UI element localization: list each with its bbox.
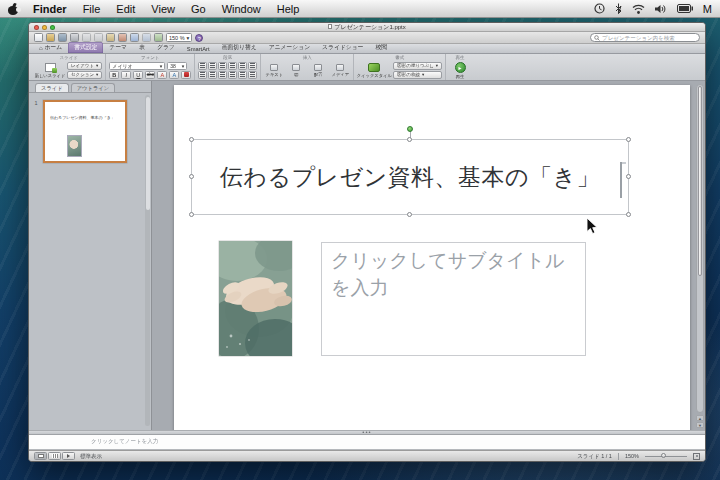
save-icon[interactable] bbox=[58, 33, 67, 42]
tab-themes[interactable]: テーマ bbox=[103, 42, 133, 53]
text-direction-button[interactable] bbox=[248, 62, 257, 70]
menubar-day-label[interactable]: M bbox=[703, 3, 712, 15]
shape-fill-button[interactable]: 図形の塗りつぶし▾ bbox=[393, 62, 442, 70]
apple-menu-icon[interactable] bbox=[8, 3, 19, 15]
new-document-icon[interactable] bbox=[34, 33, 43, 42]
shrink-font-button[interactable]: A bbox=[169, 71, 179, 79]
battery-icon[interactable] bbox=[677, 4, 693, 13]
selection-handle-se[interactable] bbox=[626, 212, 631, 217]
underline-button[interactable]: U bbox=[133, 71, 143, 79]
menu-edit[interactable]: Edit bbox=[116, 3, 135, 15]
new-slide-button[interactable]: 新しいスライド bbox=[35, 63, 65, 78]
numbering-button[interactable] bbox=[208, 62, 217, 70]
search-field[interactable] bbox=[590, 33, 700, 42]
title-placeholder[interactable]: 伝わるプレゼン資料、基本の「き」 bbox=[191, 139, 629, 215]
wifi-icon[interactable] bbox=[632, 4, 645, 14]
play-button[interactable]: ▸ 再生 bbox=[449, 62, 471, 79]
slide-sorter-view-button[interactable] bbox=[48, 452, 61, 460]
layout-button[interactable]: レイアウト▾ bbox=[67, 62, 102, 70]
italic-button[interactable]: I bbox=[121, 71, 131, 79]
undo-icon[interactable] bbox=[130, 33, 139, 42]
selection-handle-e[interactable] bbox=[626, 174, 631, 179]
zoom-slider-knob[interactable] bbox=[661, 453, 666, 458]
slide-title-text[interactable]: 伝わるプレゼン資料、基本の「き」 bbox=[192, 140, 628, 214]
columns-button[interactable] bbox=[238, 71, 247, 79]
redo-icon[interactable] bbox=[142, 33, 151, 42]
bold-button[interactable]: B bbox=[109, 71, 119, 79]
open-icon[interactable] bbox=[46, 33, 55, 42]
strikethrough-button[interactable]: abc bbox=[145, 71, 155, 79]
font-color-button[interactable] bbox=[181, 71, 191, 79]
tab-home[interactable]: ⌂ホーム bbox=[33, 42, 68, 53]
tab-transitions[interactable]: 画面切り替え bbox=[216, 42, 263, 53]
tab-slideshow[interactable]: スライドショー bbox=[316, 42, 369, 53]
hands-photo[interactable] bbox=[219, 241, 292, 356]
line-spacing-button[interactable] bbox=[238, 62, 247, 70]
selection-handle-sw[interactable] bbox=[189, 212, 194, 217]
shape-line-button[interactable]: 図形の枠線▾ bbox=[393, 71, 442, 79]
search-input[interactable] bbox=[602, 35, 696, 41]
align-text-button[interactable] bbox=[248, 71, 257, 79]
notes-pane[interactable]: クリックしてノートを入力 bbox=[29, 435, 705, 450]
tab-smartart[interactable]: SmartArt bbox=[181, 45, 216, 53]
menu-go[interactable]: Go bbox=[191, 3, 206, 15]
insert-shape-button[interactable]: 図 bbox=[286, 64, 306, 77]
increase-indent-button[interactable] bbox=[228, 62, 237, 70]
paste-icon[interactable] bbox=[106, 33, 115, 42]
time-machine-icon[interactable] bbox=[594, 3, 605, 14]
menu-window[interactable]: Window bbox=[222, 3, 261, 15]
rotation-handle[interactable] bbox=[407, 126, 413, 132]
selection-handle-nw[interactable] bbox=[189, 137, 194, 142]
menu-file[interactable]: File bbox=[83, 3, 101, 15]
font-size-dropdown[interactable]: 38▾ bbox=[167, 62, 187, 70]
align-left-button[interactable] bbox=[198, 71, 207, 79]
pane-tab-slides[interactable]: スライド bbox=[35, 83, 69, 92]
insert-media-button[interactable]: メディア bbox=[330, 64, 350, 77]
tab-charts[interactable]: グラフ bbox=[151, 42, 181, 53]
print-icon[interactable] bbox=[70, 33, 79, 42]
pane-scrollbar[interactable] bbox=[145, 95, 150, 426]
scroll-down-button[interactable]: ▼ bbox=[696, 422, 704, 428]
normal-view-button[interactable] bbox=[34, 452, 47, 460]
scrollbar-thumb[interactable] bbox=[698, 86, 702, 276]
window-titlebar[interactable]: プレゼンテーション1.pptx bbox=[29, 23, 705, 32]
tab-animations[interactable]: アニメーション bbox=[263, 42, 316, 53]
justify-button[interactable] bbox=[228, 71, 237, 79]
vertical-scrollbar[interactable] bbox=[696, 84, 704, 413]
zoom-dropdown[interactable]: 150 %▾ bbox=[166, 33, 192, 42]
help-button[interactable]: ? bbox=[195, 34, 203, 42]
align-center-button[interactable] bbox=[208, 71, 217, 79]
selection-handle-ne[interactable] bbox=[626, 137, 631, 142]
insert-picture-icon[interactable] bbox=[154, 33, 163, 42]
slide-thumbnail[interactable]: 伝わるプレゼン資料、基本の「き」 bbox=[43, 100, 127, 163]
grow-font-button[interactable]: A bbox=[157, 71, 167, 79]
scroll-up-button[interactable]: ▲ bbox=[696, 415, 704, 421]
tab-tables[interactable]: 表 bbox=[133, 42, 151, 53]
section-button[interactable]: セクション▾ bbox=[67, 71, 102, 79]
format-painter-icon[interactable] bbox=[118, 33, 127, 42]
insert-text-button[interactable]: テキスト bbox=[264, 64, 284, 77]
volume-icon[interactable] bbox=[655, 4, 667, 14]
copy-icon[interactable] bbox=[94, 33, 103, 42]
bluetooth-icon[interactable] bbox=[615, 3, 622, 14]
tab-format[interactable]: 書式設定 bbox=[68, 42, 103, 53]
fit-slide-to-window-button[interactable] bbox=[693, 453, 700, 460]
slideshow-view-button[interactable] bbox=[62, 452, 75, 460]
cut-icon[interactable] bbox=[82, 33, 91, 42]
font-name-dropdown[interactable]: メイリオ▾ bbox=[109, 62, 165, 70]
pane-tab-outline[interactable]: アウトライン bbox=[71, 83, 116, 92]
subtitle-placeholder[interactable]: クリックしてサブタイトルを入力 bbox=[321, 242, 586, 356]
menu-view[interactable]: View bbox=[151, 3, 175, 15]
bullets-button[interactable] bbox=[198, 62, 207, 70]
decrease-indent-button[interactable] bbox=[218, 62, 227, 70]
slide-canvas[interactable]: 伝わるプレゼン資料、基本の「き」 bbox=[174, 85, 690, 430]
zoom-slider[interactable] bbox=[645, 456, 687, 457]
quick-styles-button[interactable]: クイックスタイル bbox=[357, 63, 391, 78]
menu-finder[interactable]: Finder bbox=[33, 3, 67, 15]
menu-help[interactable]: Help bbox=[277, 3, 300, 15]
selection-handle-s[interactable] bbox=[407, 212, 412, 217]
selection-handle-w[interactable] bbox=[189, 174, 194, 179]
tab-review[interactable]: 校閲 bbox=[370, 42, 394, 53]
arrange-button[interactable]: 配置 bbox=[308, 64, 328, 77]
selection-handle-n[interactable] bbox=[407, 137, 412, 142]
